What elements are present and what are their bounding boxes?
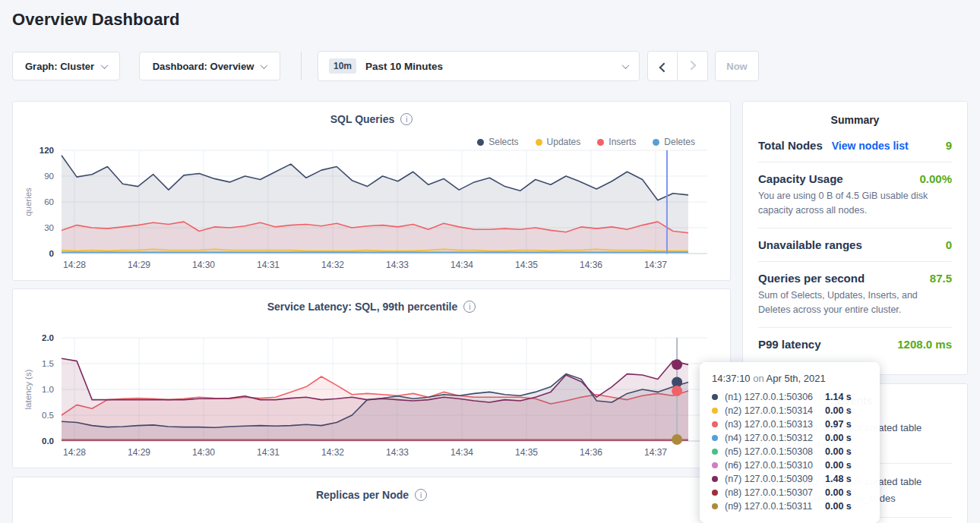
node-color-dot-icon	[712, 435, 718, 441]
tooltip-node-label: (n4) 127.0.0.1:50312	[725, 433, 825, 443]
tooltip-node-value: 0.00 s	[825, 460, 852, 471]
dashboard-dropdown[interactable]: Dashboard: Overview	[139, 52, 280, 80]
tooltip-node-value: 0.00 s	[825, 405, 852, 416]
svg-text:14:28: 14:28	[63, 260, 86, 270]
svg-text:14:35: 14:35	[515, 260, 538, 270]
summary-title: Summary	[743, 102, 967, 126]
node-color-dot-icon	[712, 394, 718, 400]
tooltip-node-value: 0.00 s	[825, 487, 852, 498]
node-color-dot-icon	[712, 421, 718, 427]
svg-text:queries: queries	[24, 187, 33, 216]
time-backward-button[interactable]	[647, 51, 678, 81]
svg-text:120: 120	[40, 146, 54, 155]
node-color-dot-icon	[712, 462, 718, 468]
svg-text:1.5: 1.5	[42, 359, 54, 368]
graph-dropdown-label: Graph: Cluster	[25, 61, 94, 72]
tooltip-node-label: (n8) 127.0.0.1:50307	[725, 487, 825, 498]
sql-queries-chart[interactable]: 14:2814:2914:3014:3114:3214:3314:3414:35…	[13, 138, 732, 276]
tooltip-node-row: (n4) 127.0.0.1:503120.00 s	[712, 431, 868, 445]
node-color-dot-icon	[712, 490, 718, 496]
summary-row-p99-latency: P99 latency 1208.0 ms	[758, 328, 952, 361]
view-nodes-list-link[interactable]: View nodes list	[832, 140, 909, 152]
tooltip-node-row: (n1) 127.0.0.1:503061.14 s	[712, 390, 868, 404]
svg-text:14:29: 14:29	[128, 260, 150, 270]
svg-text:14:36: 14:36	[580, 447, 602, 458]
chevron-right-icon	[687, 60, 697, 70]
svg-text:14:32: 14:32	[321, 447, 344, 458]
queries-per-second-value: 87.5	[930, 272, 952, 285]
svg-text:0.0: 0.0	[42, 436, 54, 446]
tooltip-node-value: 1.48 s	[825, 474, 852, 484]
tooltip-node-row: (n2) 127.0.0.1:503140.00 s	[712, 404, 868, 417]
chart-title-sql-queries: SQL Queries	[330, 113, 395, 125]
tooltip-node-label: (n1) 127.0.0.1:50306	[725, 392, 825, 402]
info-icon[interactable]: i	[415, 489, 427, 501]
tooltip-node-label: (n3) 127.0.0.1:50313	[725, 419, 825, 430]
tooltip-node-row: (n9) 127.0.0.1:503110.00 s	[712, 499, 868, 513]
capacity-usage-value: 0.00%	[919, 172, 952, 185]
svg-text:14:28: 14:28	[63, 447, 86, 458]
info-icon[interactable]: i	[463, 301, 476, 313]
tooltip-node-value: 0.00 s	[825, 433, 852, 443]
node-color-dot-icon	[712, 503, 718, 509]
time-range-label: Past 10 Minutes	[365, 61, 443, 72]
tooltip-node-row: (n5) 127.0.0.1:503080.00 s	[712, 445, 868, 458]
svg-text:14:33: 14:33	[386, 447, 409, 458]
svg-text:0.5: 0.5	[42, 411, 54, 420]
chevron-down-icon	[622, 61, 630, 69]
tooltip-node-label: (n7) 127.0.0.1:50309	[725, 474, 825, 484]
time-range-badge: 10m	[329, 58, 356, 74]
svg-text:30: 30	[44, 223, 54, 232]
time-forward-button[interactable]	[678, 51, 708, 81]
svg-text:latency (s): latency (s)	[24, 369, 33, 409]
svg-text:14:37: 14:37	[644, 260, 667, 270]
tooltip-node-value: 0.00 s	[825, 501, 852, 512]
tooltip-node-row: (n8) 127.0.0.1:503070.00 s	[712, 486, 868, 499]
dashboard-dropdown-label: Dashboard: Overview	[153, 61, 254, 72]
tooltip-timestamp: 14:37:10 on Apr 5th, 2021	[712, 373, 868, 384]
info-icon[interactable]: i	[400, 113, 413, 125]
service-latency-chart[interactable]: 14:2814:2914:3014:3114:3214:3314:3414:35…	[13, 326, 732, 464]
chart-title-replicas-per-node: Replicas per Node	[316, 489, 409, 501]
summary-row-queries-per-second: Queries per second 87.5 Sum of Selects, …	[758, 262, 952, 328]
svg-text:0: 0	[49, 249, 54, 258]
svg-text:14:32: 14:32	[321, 260, 344, 270]
graph-dropdown[interactable]: Graph: Cluster	[12, 52, 120, 80]
chevron-left-icon	[659, 62, 669, 72]
svg-text:14:30: 14:30	[192, 447, 215, 458]
chart-hover-tooltip: 14:37:10 on Apr 5th, 2021 (n1) 127.0.0.1…	[700, 362, 880, 523]
time-range-selector[interactable]: 10m Past 10 Minutes	[318, 51, 640, 81]
svg-text:14:29: 14:29	[128, 447, 150, 458]
svg-text:14:37: 14:37	[644, 447, 667, 458]
svg-text:14:35: 14:35	[515, 447, 538, 458]
svg-text:1.0: 1.0	[42, 385, 54, 394]
svg-text:2.0: 2.0	[42, 333, 54, 342]
svg-text:14:34: 14:34	[450, 260, 473, 270]
summary-card: Summary Total Nodes View nodes list 9 Ca…	[742, 101, 968, 375]
toolbar-divider	[301, 52, 302, 80]
svg-text:14:30: 14:30	[192, 260, 215, 270]
chart-title-service-latency: Service Latency: SQL, 99th percentile	[267, 301, 458, 313]
svg-text:14:34: 14:34	[450, 447, 473, 458]
sql-queries-panel: SQL Queries i Selects Updates Inserts De…	[12, 101, 731, 281]
page-title: Overview Dashboard	[12, 10, 180, 30]
summary-row-unavailable-ranges: Unavailable ranges 0	[758, 228, 952, 262]
unavailable-ranges-value: 0	[946, 238, 952, 251]
svg-text:90: 90	[44, 172, 54, 181]
tooltip-node-value: 0.97 s	[825, 419, 852, 430]
p99-latency-value: 1208.0 ms	[897, 338, 952, 351]
tooltip-node-label: (n5) 127.0.0.1:50308	[725, 446, 825, 457]
tooltip-node-row: (n6) 127.0.0.1:503100.00 s	[712, 458, 868, 472]
tooltip-node-value: 1.14 s	[825, 392, 852, 402]
now-button[interactable]: Now	[715, 51, 759, 81]
tooltip-node-row: (n3) 127.0.0.1:503130.97 s	[712, 417, 868, 431]
tooltip-node-row: (n7) 127.0.0.1:503091.48 s	[712, 472, 868, 486]
chevron-down-icon	[101, 61, 109, 69]
tooltip-node-value: 0.00 s	[825, 446, 852, 457]
summary-row-capacity-usage: Capacity Usage 0.00% You are using 0 B o…	[758, 162, 952, 228]
tooltip-node-label: (n9) 127.0.0.1:50311	[725, 501, 825, 512]
chevron-down-icon	[261, 61, 268, 69]
node-color-dot-icon	[712, 408, 718, 414]
svg-text:60: 60	[44, 197, 54, 206]
replicas-per-node-panel: Replicas per Node i	[12, 477, 731, 523]
